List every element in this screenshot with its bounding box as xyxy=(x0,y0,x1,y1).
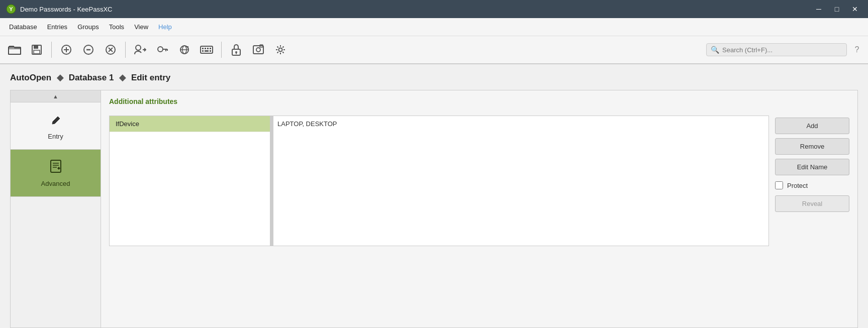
svg-rect-28 xyxy=(202,50,204,52)
globe-sync-button[interactable] xyxy=(174,39,195,60)
attr-value: LAPTOP, DESKTOP xyxy=(273,116,768,246)
menu-groups[interactable]: Groups xyxy=(72,21,104,33)
window-controls: ─ □ ✕ xyxy=(812,2,862,16)
open-db-button[interactable] xyxy=(4,39,25,60)
menu-database[interactable]: Database xyxy=(4,21,42,33)
close-button[interactable]: ✕ xyxy=(848,2,862,16)
menu-view[interactable]: View xyxy=(129,21,153,33)
save-db-button[interactable] xyxy=(26,39,47,60)
entry-label: Entry xyxy=(48,133,63,140)
right-panel: Additional attributes IfDevice LAPTOP, D… xyxy=(101,90,858,328)
svg-rect-29 xyxy=(205,50,209,52)
lock-db-button[interactable] xyxy=(226,39,247,60)
main-content: AutoOpen ◆ Database 1 ◆ Edit entry ▲ Ent… xyxy=(0,64,868,328)
svg-rect-26 xyxy=(207,48,209,49)
titlebar: Y Demo Passwords - KeePassXC ─ □ ✕ xyxy=(0,0,868,18)
toolbar-sep-2 xyxy=(125,42,126,58)
remove-entry-button[interactable] xyxy=(100,39,121,60)
sidebar: ▲ Entry xyxy=(10,90,101,328)
breadcrumb-part-1: AutoOpen xyxy=(10,73,51,82)
breadcrumb-sep-2: ◆ xyxy=(119,73,126,82)
svg-rect-6 xyxy=(34,50,40,54)
window-title: Demo Passwords - KeePassXC xyxy=(20,6,812,13)
protect-row: Protect xyxy=(775,179,849,191)
svg-point-37 xyxy=(279,48,282,52)
search-icon: 🔍 xyxy=(711,46,719,54)
attr-value-text: LAPTOP, DESKTOP xyxy=(277,120,337,128)
menu-entries[interactable]: Entries xyxy=(42,21,72,33)
user-transfer-button[interactable] xyxy=(130,39,151,60)
sidebar-scroll-up[interactable]: ▲ xyxy=(11,90,101,102)
maximize-button[interactable]: □ xyxy=(830,2,844,16)
edit-entry-button[interactable] xyxy=(78,39,99,60)
content-area: ▲ Entry xyxy=(10,90,858,328)
sidebar-item-entry[interactable]: Entry xyxy=(11,102,101,150)
attributes-area: IfDevice LAPTOP, DESKTOP xyxy=(109,116,769,246)
advanced-label: Advanced xyxy=(41,180,70,187)
app-icon: Y xyxy=(6,4,16,14)
reveal-button[interactable]: Reveal xyxy=(775,195,849,212)
sidebar-item-advanced[interactable]: Advanced xyxy=(11,150,101,197)
entry-icon xyxy=(49,112,63,129)
breadcrumb-sep-1: ◆ xyxy=(57,73,63,82)
svg-rect-5 xyxy=(34,45,38,49)
key-transfer-button[interactable] xyxy=(152,39,173,60)
help-button[interactable]: ? xyxy=(850,43,864,57)
menubar: Database Entries Groups Tools View Help xyxy=(0,18,868,36)
search-box: 🔍 xyxy=(706,43,847,56)
attr-list: IfDevice xyxy=(110,116,270,246)
svg-point-16 xyxy=(158,47,163,52)
svg-rect-3 xyxy=(9,47,21,54)
settings-button[interactable] xyxy=(270,39,291,60)
attr-buttons: Add Remove Edit Name Protect Reveal xyxy=(769,116,849,214)
toolbar-sep-1 xyxy=(51,42,52,58)
svg-rect-24 xyxy=(202,48,204,49)
add-entry-button[interactable] xyxy=(56,39,77,60)
remove-attr-button[interactable]: Remove xyxy=(775,138,849,155)
menu-help[interactable]: Help xyxy=(153,21,177,33)
advanced-icon xyxy=(49,159,63,176)
protect-label: Protect xyxy=(787,182,808,189)
add-attr-button[interactable]: Add xyxy=(775,118,849,134)
section-title: Additional attributes xyxy=(109,97,849,105)
breadcrumb: AutoOpen ◆ Database 1 ◆ Edit entry xyxy=(10,72,858,83)
toolbar-sep-3 xyxy=(221,42,222,58)
svg-rect-27 xyxy=(210,48,211,49)
attr-item-ifdevice[interactable]: IfDevice xyxy=(110,116,270,132)
search-input[interactable] xyxy=(722,46,842,54)
protect-checkbox[interactable] xyxy=(775,181,783,189)
svg-point-35 xyxy=(256,48,260,52)
menu-tools[interactable]: Tools xyxy=(104,21,129,33)
toolbar: 🔍 ? xyxy=(0,36,868,64)
breadcrumb-part-3: Edit entry xyxy=(131,73,170,82)
edit-name-button[interactable]: Edit Name xyxy=(775,159,849,175)
svg-text:Y: Y xyxy=(9,6,13,12)
minimize-button[interactable]: ─ xyxy=(812,2,826,16)
svg-point-15 xyxy=(136,45,141,50)
svg-rect-30 xyxy=(210,50,211,52)
svg-rect-39 xyxy=(51,160,61,172)
svg-rect-25 xyxy=(205,48,206,49)
screenshot-button[interactable] xyxy=(248,39,269,60)
svg-rect-23 xyxy=(201,46,213,53)
breadcrumb-part-2: Database 1 xyxy=(69,73,114,82)
keyboard-button[interactable] xyxy=(196,39,217,60)
